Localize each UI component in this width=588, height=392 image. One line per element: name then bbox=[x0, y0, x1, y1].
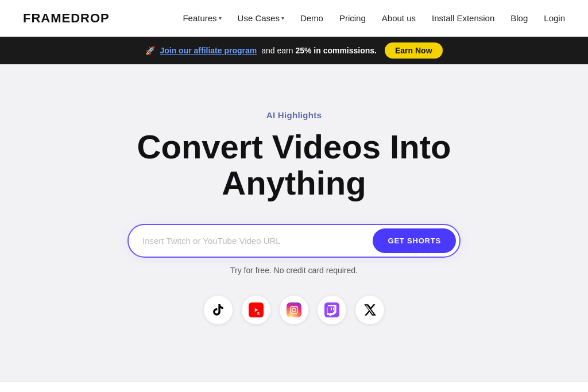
rocket-emoji: 🚀 bbox=[145, 46, 155, 55]
x-twitter-icon[interactable] bbox=[355, 296, 384, 324]
announcement-text: and earn 25% in commissions. bbox=[261, 46, 377, 55]
announcement-bar: 🚀 Join our affiliate program and earn 25… bbox=[0, 37, 588, 64]
nav-item-install[interactable]: Install Extension bbox=[432, 13, 494, 23]
svg-rect-8 bbox=[333, 308, 334, 311]
nav-item-demo[interactable]: Demo bbox=[300, 13, 323, 23]
commission-text: 25% in commissions. bbox=[295, 46, 377, 55]
chevron-down-icon: ▾ bbox=[219, 15, 222, 21]
youtube-shorts-icon[interactable]: S bbox=[242, 296, 270, 324]
nav-item-blog[interactable]: Blog bbox=[510, 13, 528, 23]
nav-link-install[interactable]: Install Extension bbox=[432, 13, 494, 23]
hero-title: Convert Videos Into Anything bbox=[93, 129, 495, 201]
bottom-section bbox=[0, 382, 588, 392]
nav-link-pricing[interactable]: Pricing bbox=[339, 13, 366, 23]
nav-link-features[interactable]: Features ▾ bbox=[183, 13, 221, 23]
get-shorts-button[interactable]: GET SHORTS bbox=[373, 228, 456, 253]
video-url-input[interactable] bbox=[142, 236, 373, 246]
hero-section: AI Highlights Convert Videos Into Anythi… bbox=[0, 64, 588, 382]
earn-now-button[interactable]: Earn Now bbox=[385, 42, 443, 59]
nav-item-features[interactable]: Features ▾ bbox=[183, 13, 221, 23]
nav-item-about[interactable]: About us bbox=[382, 13, 416, 23]
nav-link-blog[interactable]: Blog bbox=[510, 13, 528, 23]
hero-note: Try for free. No credit card required. bbox=[230, 266, 358, 275]
tiktok-icon[interactable] bbox=[204, 296, 233, 324]
navbar: FRAMEDROP Features ▾ Use Cases ▾ Demo Pr… bbox=[0, 0, 588, 37]
nav-link-demo[interactable]: Demo bbox=[300, 13, 323, 23]
url-input-wrapper: GET SHORTS bbox=[127, 224, 461, 258]
nav-link-about[interactable]: About us bbox=[382, 13, 416, 23]
nav-item-login[interactable]: Login bbox=[544, 13, 565, 23]
svg-point-5 bbox=[296, 306, 297, 308]
hero-subtitle: AI Highlights bbox=[266, 110, 322, 120]
chevron-down-icon: ▾ bbox=[281, 15, 284, 21]
instagram-icon[interactable] bbox=[280, 296, 308, 324]
social-platforms: S bbox=[204, 296, 384, 324]
nav-item-usecases[interactable]: Use Cases ▾ bbox=[238, 13, 284, 23]
svg-text:S: S bbox=[257, 312, 260, 316]
svg-rect-2 bbox=[287, 302, 301, 317]
affiliate-program-link[interactable]: Join our affiliate program bbox=[160, 46, 257, 55]
nav-item-pricing[interactable]: Pricing bbox=[339, 13, 366, 23]
svg-rect-7 bbox=[331, 308, 332, 311]
twitch-icon[interactable] bbox=[318, 296, 346, 324]
nav-link-login[interactable]: Login bbox=[544, 13, 565, 23]
site-logo[interactable]: FRAMEDROP bbox=[23, 11, 110, 26]
nav-link-usecases[interactable]: Use Cases ▾ bbox=[238, 13, 284, 23]
nav-menu: Features ▾ Use Cases ▾ Demo Pricing Abou… bbox=[183, 13, 565, 23]
